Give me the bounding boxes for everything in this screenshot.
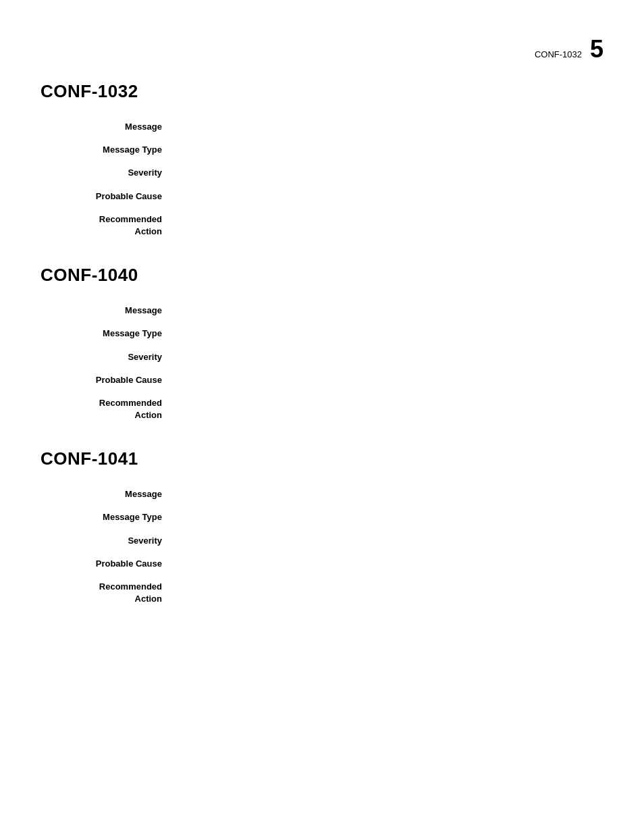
section-conf-1041: CONF-1041MessageMessage TypeSeverityProb… bbox=[41, 448, 603, 605]
field-row-conf-1040-2: Severity bbox=[41, 351, 603, 363]
field-row-conf-1040-1: Message Type bbox=[41, 328, 603, 340]
field-label-conf-1041-0: Message bbox=[41, 488, 176, 500]
field-row-conf-1041-0: Message bbox=[41, 488, 603, 500]
section-conf-1040: CONF-1040MessageMessage TypeSeverityProb… bbox=[41, 265, 603, 421]
field-row-conf-1032-0: Message bbox=[41, 121, 603, 133]
section-title-conf-1041: CONF-1041 bbox=[41, 448, 603, 469]
field-label-conf-1032-1: Message Type bbox=[41, 144, 176, 156]
field-label-conf-1032-0: Message bbox=[41, 121, 176, 133]
field-row-conf-1032-4: RecommendedAction bbox=[41, 213, 603, 238]
page-header-label: CONF-1032 bbox=[535, 49, 582, 59]
field-row-conf-1041-4: RecommendedAction bbox=[41, 581, 603, 605]
section-title-conf-1032: CONF-1032 bbox=[41, 81, 603, 102]
field-label-conf-1040-1: Message Type bbox=[41, 328, 176, 340]
field-label-conf-1032-2: Severity bbox=[41, 167, 176, 179]
field-label-conf-1040-4: RecommendedAction bbox=[41, 397, 176, 421]
page-header: CONF-1032 5 bbox=[535, 37, 603, 61]
field-label-conf-1040-3: Probable Cause bbox=[41, 374, 176, 386]
field-row-conf-1041-2: Severity bbox=[41, 535, 603, 547]
field-row-conf-1032-1: Message Type bbox=[41, 144, 603, 156]
field-row-conf-1041-3: Probable Cause bbox=[41, 558, 603, 570]
field-row-conf-1032-2: Severity bbox=[41, 167, 603, 179]
field-label-conf-1032-3: Probable Cause bbox=[41, 190, 176, 203]
field-label-conf-1032-4: RecommendedAction bbox=[41, 213, 176, 238]
section-title-conf-1040: CONF-1040 bbox=[41, 265, 603, 286]
field-row-conf-1040-4: RecommendedAction bbox=[41, 397, 603, 421]
field-row-conf-1040-3: Probable Cause bbox=[41, 374, 603, 386]
field-label-conf-1041-4: RecommendedAction bbox=[41, 581, 176, 605]
content-area: CONF-1032MessageMessage TypeSeverityProb… bbox=[0, 0, 644, 673]
field-row-conf-1032-3: Probable Cause bbox=[41, 190, 603, 203]
field-label-conf-1041-3: Probable Cause bbox=[41, 558, 176, 570]
field-row-conf-1040-0: Message bbox=[41, 305, 603, 317]
field-label-conf-1041-1: Message Type bbox=[41, 511, 176, 523]
field-row-conf-1041-1: Message Type bbox=[41, 511, 603, 523]
field-label-conf-1040-0: Message bbox=[41, 305, 176, 317]
field-label-conf-1041-2: Severity bbox=[41, 535, 176, 547]
field-label-conf-1040-2: Severity bbox=[41, 351, 176, 363]
page-header-number: 5 bbox=[590, 37, 603, 61]
section-conf-1032: CONF-1032MessageMessage TypeSeverityProb… bbox=[41, 81, 603, 238]
